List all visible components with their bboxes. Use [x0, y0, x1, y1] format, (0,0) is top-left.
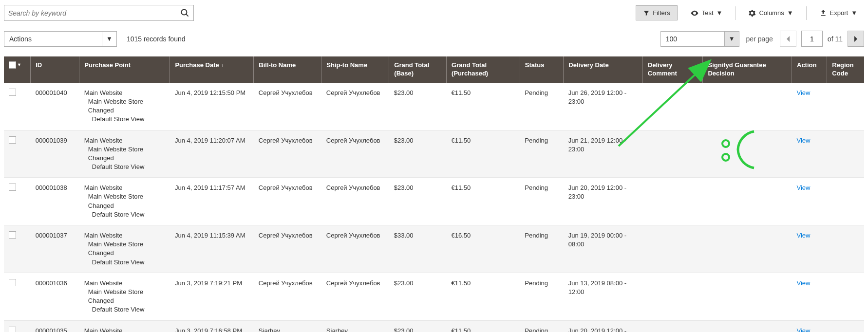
header-region-code[interactable]: Region Code	[827, 56, 864, 83]
cell-delivery-comment	[642, 130, 703, 178]
table-row[interactable]: 000001037Main WebsiteMain Website Store …	[4, 225, 864, 273]
cell-ship-to: Сергей Учухлебов	[321, 130, 389, 178]
cell-delivery-date: Jun 20, 2019 12:00 - 23:00	[564, 178, 643, 225]
export-label: Export	[830, 9, 849, 17]
table-row[interactable]: 000001035Main WebsiteMain Website Store …	[4, 320, 864, 332]
cell-status: Pending	[520, 178, 564, 225]
table-row[interactable]: 000001036Main WebsiteMain Website Store …	[4, 273, 864, 320]
gear-icon	[748, 9, 756, 17]
export-icon	[819, 9, 827, 17]
view-link[interactable]: View	[797, 184, 811, 191]
cell-status: Pending	[520, 320, 564, 332]
cell-action: View	[792, 83, 827, 130]
cell-bill-to: Сергей Учухлебов	[254, 130, 321, 178]
cell-signifyd	[703, 83, 792, 130]
view-link[interactable]: View	[797, 327, 811, 332]
search-box[interactable]	[4, 5, 194, 21]
cell-gt-base: $23.00	[389, 130, 447, 178]
cell-id: 000001035	[31, 320, 79, 332]
pager: of 11	[780, 31, 864, 47]
search-icon[interactable]	[180, 8, 189, 18]
cell-action: View	[792, 178, 827, 225]
header-grand-total-purchased[interactable]: Grand Total (Purchased)	[447, 56, 520, 83]
cell-gt-purchased: €11.50	[447, 130, 520, 178]
cell-signifyd	[703, 273, 792, 320]
cell-signifyd	[703, 130, 792, 178]
row-checkbox[interactable]	[9, 136, 16, 144]
row-checkbox[interactable]	[9, 89, 16, 96]
view-link[interactable]: View	[797, 89, 811, 96]
chevron-down-icon[interactable]: ▼	[724, 32, 739, 46]
page-input[interactable]	[801, 31, 823, 47]
header-signifyd[interactable]: Signifyd Guarantee Decision	[703, 56, 792, 83]
cell-ship-to: Сергей Учухлебов	[321, 273, 389, 320]
cell-gt-purchased: €11.50	[447, 273, 520, 320]
actions-label: Actions	[4, 32, 102, 46]
cell-gt-base: $23.00	[389, 83, 447, 130]
cell-gt-purchased: €16.50	[447, 225, 520, 273]
cell-action: View	[792, 320, 827, 332]
funnel-icon	[643, 10, 650, 17]
chevron-down-icon[interactable]: ▼	[102, 32, 116, 46]
header-grand-total-base[interactable]: Grand Total (Base)	[389, 56, 447, 83]
cell-region-code	[827, 225, 864, 273]
header-purchase-date[interactable]: Purchase Date↑	[170, 56, 254, 83]
cell-region-code	[827, 130, 864, 178]
eye-icon	[690, 9, 699, 18]
cell-signifyd	[703, 320, 792, 332]
subbar-right: 100 ▼ per page of 11	[660, 31, 864, 47]
cell-gt-purchased: €11.50	[447, 320, 520, 332]
header-delivery-date[interactable]: Delivery Date	[564, 56, 643, 83]
row-checkbox[interactable]	[9, 231, 16, 239]
next-page-button[interactable]	[848, 31, 864, 47]
actions-dropdown[interactable]: Actions ▼	[4, 31, 117, 47]
header-delivery-comment[interactable]: Delivery Comment	[642, 56, 703, 83]
divider	[735, 6, 736, 20]
columns-button[interactable]: Columns ▼	[741, 6, 800, 20]
cell-gt-base: $33.00	[389, 225, 447, 273]
row-checkbox[interactable]	[9, 184, 16, 191]
cell-purchase-date: Jun 4, 2019 11:15:39 AM	[170, 225, 254, 273]
cell-delivery-comment	[642, 178, 703, 225]
cell-id: 000001037	[31, 225, 79, 273]
cell-delivery-date: Jun 19, 2019 00:00 - 08:00	[564, 225, 643, 273]
cell-id: 000001038	[31, 178, 79, 225]
cell-delivery-comment	[642, 225, 703, 273]
header-purchase-point[interactable]: Purchase Point	[79, 56, 170, 83]
divider	[806, 6, 807, 20]
export-button[interactable]: Export ▼	[812, 6, 864, 20]
cell-purchase-point: Main WebsiteMain Website Store ChangedDe…	[79, 273, 170, 320]
cell-gt-purchased: €11.50	[447, 83, 520, 130]
view-link[interactable]: View	[797, 279, 811, 287]
header-status[interactable]: Status	[520, 56, 564, 83]
cell-signifyd	[703, 225, 792, 273]
table-row[interactable]: 000001040Main WebsiteMain Website Store …	[4, 83, 864, 130]
header-id[interactable]: ID	[31, 56, 79, 83]
cell-gt-purchased: €11.50	[447, 178, 520, 225]
cell-id: 000001040	[31, 83, 79, 130]
header-bill-to[interactable]: Bill-to Name	[254, 56, 321, 83]
table-row[interactable]: 000001039Main WebsiteMain Website Store …	[4, 130, 864, 178]
row-checkbox[interactable]	[9, 327, 16, 332]
cell-bill-to: Сергей Учухлебов	[254, 83, 321, 130]
table-row[interactable]: 000001038Main WebsiteMain Website Store …	[4, 178, 864, 225]
cell-purchase-date: Jun 4, 2019 11:20:07 AM	[170, 130, 254, 178]
search-input[interactable]	[8, 9, 180, 17]
cell-purchase-point: Main WebsiteMain Website Store ChangedDe…	[79, 320, 170, 332]
test-view-button[interactable]: Test ▼	[683, 5, 730, 21]
filters-button[interactable]: Filters	[636, 5, 677, 20]
header-action[interactable]: Action	[792, 56, 827, 83]
cell-id: 000001039	[31, 130, 79, 178]
per-page-dropdown[interactable]: 100 ▼	[660, 31, 739, 47]
view-link[interactable]: View	[797, 232, 811, 239]
cell-delivery-comment	[642, 273, 703, 320]
cell-status: Pending	[520, 83, 564, 130]
prev-page-button[interactable]	[780, 31, 796, 47]
header-ship-to[interactable]: Ship-to Name	[321, 56, 389, 83]
cell-gt-base: $23.00	[389, 273, 447, 320]
cell-bill-to: Сергей Учухлебов	[254, 225, 321, 273]
sort-asc-icon: ↑	[221, 63, 224, 68]
row-checkbox[interactable]	[9, 279, 16, 286]
header-checkbox[interactable]: ▼	[4, 56, 31, 83]
view-link[interactable]: View	[797, 137, 811, 144]
